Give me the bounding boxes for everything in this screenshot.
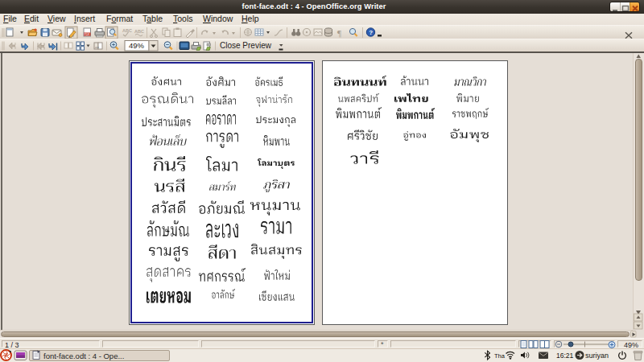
svg-text:¶: ¶ — [337, 28, 341, 38]
svg-text:ABC: ABC — [134, 29, 144, 34]
svg-text:aa: aa — [95, 45, 100, 49]
svg-text:?: ? — [369, 29, 373, 36]
svg-text:49%: 49% — [129, 41, 145, 50]
svg-text:ABC: ABC — [122, 28, 132, 33]
svg-text:Close Preview: Close Preview — [220, 41, 272, 50]
svg-text:PDF: PDF — [85, 33, 90, 36]
